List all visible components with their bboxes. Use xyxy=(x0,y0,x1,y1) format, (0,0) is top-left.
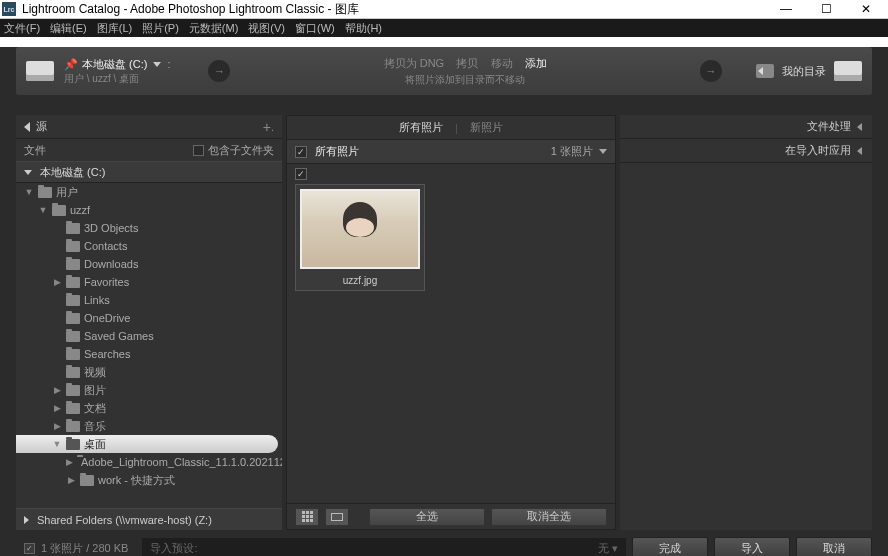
folder-item[interactable]: ▶音乐 xyxy=(16,417,282,435)
menu-edit[interactable]: 编辑(E) xyxy=(50,21,87,36)
expand-icon[interactable]: ▼ xyxy=(38,205,48,215)
expand-icon[interactable]: ▼ xyxy=(24,187,34,197)
folder-icon xyxy=(52,205,66,216)
done-button[interactable]: 完成 xyxy=(632,537,708,556)
tab-all-photos[interactable]: 所有照片 xyxy=(399,120,443,135)
folder-icon xyxy=(38,187,52,198)
single-view-button[interactable] xyxy=(325,508,349,526)
cancel-button[interactable]: 取消 xyxy=(796,537,872,556)
menu-photo[interactable]: 照片(P) xyxy=(142,21,179,36)
app-logo-icon: Lrc xyxy=(2,2,16,16)
folder-icon xyxy=(66,367,80,378)
source-panel-title: 源 xyxy=(36,119,47,134)
expand-icon[interactable]: ▶ xyxy=(52,277,62,287)
folder-icon xyxy=(66,439,80,450)
folder-item[interactable]: Downloads xyxy=(16,255,282,273)
folder-item[interactable]: Searches xyxy=(16,345,282,363)
collapse-right-icon xyxy=(857,123,862,131)
action-add[interactable]: 添加 xyxy=(525,57,547,69)
file-handling-panel[interactable]: 文件处理 xyxy=(620,115,872,139)
maximize-button[interactable]: ☐ xyxy=(806,0,846,18)
folder-icon xyxy=(66,259,80,270)
chevron-down-icon xyxy=(24,170,32,175)
expand-icon[interactable]: ▶ xyxy=(52,421,62,431)
grid-view-button[interactable] xyxy=(295,508,319,526)
chevron-right-icon xyxy=(24,516,29,524)
menu-view[interactable]: 视图(V) xyxy=(248,21,285,36)
add-source-button[interactable]: + xyxy=(263,119,271,135)
folder-icon xyxy=(66,223,80,234)
folder-item[interactable]: ▶文档 xyxy=(16,399,282,417)
folder-item[interactable]: ▼用户 xyxy=(16,183,282,201)
catalog-drive-icon xyxy=(834,61,862,81)
drive-section-header[interactable]: 本地磁盘 (C:) xyxy=(16,161,282,183)
action-copy-dng[interactable]: 拷贝为 DNG xyxy=(384,57,445,69)
menu-window[interactable]: 窗口(W) xyxy=(295,21,335,36)
menu-metadata[interactable]: 元数据(M) xyxy=(189,21,239,36)
folder-icon xyxy=(66,421,80,432)
group-checkbox[interactable]: ✓ xyxy=(295,146,307,158)
folder-item[interactable]: 3D Objects xyxy=(16,219,282,237)
folder-item[interactable]: 视频 xyxy=(16,363,282,381)
action-subtitle: 将照片添加到目录而不移动 xyxy=(234,73,696,87)
menu-bar: 文件(F) 编辑(E) 图库(L) 照片(P) 元数据(M) 视图(V) 窗口(… xyxy=(0,19,888,37)
include-subfolders-label: 包含子文件夹 xyxy=(208,143,274,158)
folder-item[interactable]: ▼uzzf xyxy=(16,201,282,219)
files-label: 文件 xyxy=(24,143,46,158)
tab-new-photos[interactable]: 新照片 xyxy=(470,120,503,135)
folder-icon xyxy=(66,403,80,414)
source-drive-name[interactable]: 本地磁盘 (C:) xyxy=(82,57,147,72)
import-preset-dropdown[interactable]: 导入预设: 无 ▾ xyxy=(142,538,626,556)
deselect-all-button[interactable]: 取消全选 xyxy=(491,508,607,526)
thumbnail-filename: uzzf.jpg xyxy=(300,275,420,286)
expand-icon[interactable]: ▼ xyxy=(52,439,62,449)
apply-on-import-panel[interactable]: 在导入时应用 xyxy=(620,139,872,163)
photo-count: 1 张照片 xyxy=(551,144,593,159)
drive-icon xyxy=(26,61,54,81)
expand-icon[interactable]: ▶ xyxy=(66,457,73,467)
action-move[interactable]: 移动 xyxy=(491,57,513,69)
menu-file[interactable]: 文件(F) xyxy=(4,21,40,36)
folder-item[interactable]: Contacts xyxy=(16,237,282,255)
nav-forward-button[interactable]: → xyxy=(700,60,722,82)
my-catalog-label[interactable]: 我的目录 xyxy=(782,64,826,79)
folder-item[interactable]: Saved Games xyxy=(16,327,282,345)
folder-item[interactable]: Links xyxy=(16,291,282,309)
folder-item[interactable]: ▶work - 快捷方式 xyxy=(16,471,282,489)
menu-library[interactable]: 图库(L) xyxy=(97,21,132,36)
shared-folders-item[interactable]: Shared Folders (\\vmware-host) (Z:) xyxy=(16,508,282,530)
folder-icon xyxy=(66,331,80,342)
include-subfolders-checkbox[interactable] xyxy=(193,145,204,156)
status-checkbox[interactable]: ✓ xyxy=(24,543,35,554)
expand-icon[interactable]: ▶ xyxy=(52,403,62,413)
thumbnail-image xyxy=(300,189,420,269)
window-title: Lightroom Catalog - Adobe Photoshop Ligh… xyxy=(22,1,766,18)
expand-icon[interactable]: ▶ xyxy=(52,385,62,395)
group-title: 所有照片 xyxy=(315,144,359,159)
destination-icon xyxy=(756,64,774,78)
minimize-button[interactable]: — xyxy=(766,0,806,18)
expand-icon[interactable]: ▶ xyxy=(66,475,76,485)
thumbnail-checkbox[interactable]: ✓ xyxy=(295,168,307,180)
folder-item[interactable]: ▶Favorites xyxy=(16,273,282,291)
folder-item[interactable]: ▶图片 xyxy=(16,381,282,399)
close-button[interactable]: ✕ xyxy=(846,0,886,18)
folder-icon xyxy=(66,241,80,252)
folder-item[interactable]: ▶Adobe_Lightroom_Classic_11.1.0.20211202… xyxy=(16,453,282,471)
status-text: 1 张照片 / 280 KB xyxy=(41,541,128,556)
folder-item[interactable]: OneDrive xyxy=(16,309,282,327)
action-copy[interactable]: 拷贝 xyxy=(456,57,478,69)
collapse-left-icon[interactable] xyxy=(24,122,30,132)
menu-help[interactable]: 帮助(H) xyxy=(345,21,382,36)
folder-item[interactable]: ▼桌面 xyxy=(16,435,278,453)
source-path: 用户 \ uzzf \ 桌面 xyxy=(64,72,170,86)
import-button[interactable]: 导入 xyxy=(714,537,790,556)
folder-icon xyxy=(66,295,80,306)
select-all-button[interactable]: 全选 xyxy=(369,508,485,526)
thumbnail-item[interactable]: uzzf.jpg xyxy=(295,184,425,291)
chevron-down-icon[interactable] xyxy=(599,149,607,154)
chevron-down-icon[interactable] xyxy=(153,62,161,67)
nav-back-button[interactable]: → xyxy=(208,60,230,82)
folder-icon xyxy=(66,277,80,288)
folder-icon xyxy=(66,313,80,324)
